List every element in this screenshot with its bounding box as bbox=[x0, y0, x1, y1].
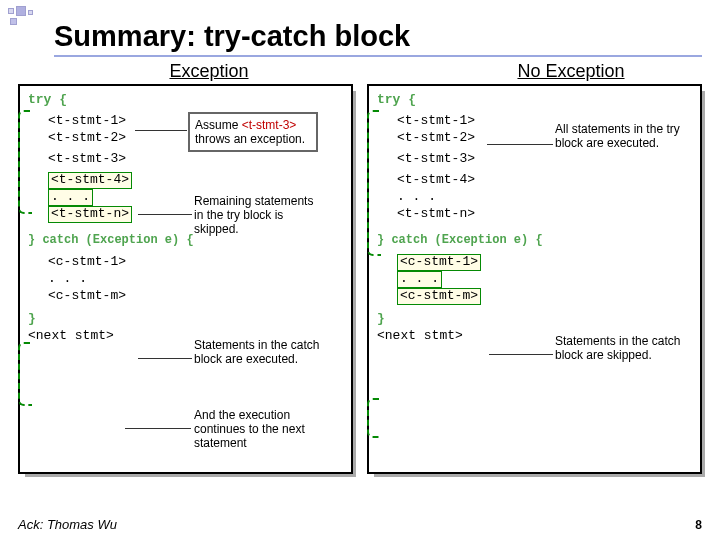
code-t1-r: <t-stmt-1> bbox=[377, 113, 533, 130]
connector-catch-exec bbox=[138, 358, 192, 359]
slide-title: Summary: try-catch block bbox=[54, 20, 702, 53]
connector-continue bbox=[125, 428, 191, 429]
connector-all-exec bbox=[487, 144, 553, 145]
heading-exception: Exception bbox=[18, 61, 340, 82]
code-t3-r: <t-stmt-3> bbox=[377, 151, 533, 168]
code-t1: <t-stmt-1> bbox=[28, 113, 184, 130]
callout-continue: And the execution continues to the next … bbox=[194, 408, 334, 450]
callout-assume-pre: Assume bbox=[195, 118, 242, 132]
callout-remaining: Remaining statements in the try block is… bbox=[194, 194, 324, 236]
code-c1: <c-stmt-1> bbox=[28, 254, 184, 271]
connector-assume bbox=[135, 130, 187, 131]
callout-all-exec: All statements in the try block are exec… bbox=[555, 122, 685, 150]
code-try-r: try { bbox=[377, 92, 533, 109]
code-close-r: } bbox=[377, 311, 533, 328]
title-block: Summary: try-catch block bbox=[18, 20, 702, 57]
code-t4-r: <t-stmt-4> bbox=[377, 172, 533, 189]
code-cm-boxed-r: <c-stmt-m> bbox=[397, 288, 481, 305]
code-dots-boxed: . . . bbox=[48, 189, 93, 206]
code-c1-boxed-r: <c-stmt-1> bbox=[397, 254, 481, 271]
acknowledgement: Ack: Thomas Wu bbox=[18, 517, 117, 532]
code-t4-boxed: <t-stmt-4> bbox=[48, 172, 132, 189]
callout-catch-skip: Statements in the catch block are skippe… bbox=[555, 334, 685, 362]
connector-catch-skip bbox=[489, 354, 553, 355]
callout-assume-post: throws an exception. bbox=[195, 132, 305, 146]
code-cm: <c-stmt-m> bbox=[28, 288, 184, 305]
code-cdots: . . . bbox=[28, 271, 184, 288]
page-number: 8 bbox=[695, 518, 702, 532]
code-next-r: <next stmt> bbox=[377, 328, 533, 345]
code-catch: } catch (Exception e) { bbox=[28, 233, 184, 249]
panel-exception: try { <t-stmt-1> <t-stmt-2> <t-stmt-3> <… bbox=[18, 84, 353, 474]
heading-no-exception: No Exception bbox=[340, 61, 702, 82]
corner-decoration bbox=[6, 6, 46, 28]
callout-catch-exec: Statements in the catch block are execut… bbox=[194, 338, 324, 366]
code-cdots-boxed-r: . . . bbox=[397, 271, 442, 288]
callout-assume-ref: <t-stmt-3> bbox=[242, 118, 297, 132]
panel-no-exception: try { <t-stmt-1> <t-stmt-2> <t-stmt-3> <… bbox=[367, 84, 702, 474]
connector-remaining bbox=[138, 214, 192, 215]
code-next: <next stmt> bbox=[28, 328, 184, 345]
code-close: } bbox=[28, 311, 184, 328]
code-tn-r: <t-stmt-n> bbox=[377, 206, 533, 223]
code-catch-r: } catch (Exception e) { bbox=[377, 233, 533, 249]
code-tn-boxed: <t-stmt-n> bbox=[48, 206, 132, 223]
code-dots-r: . . . bbox=[377, 189, 533, 206]
callout-assume: Assume <t-stmt-3> throws an exception. bbox=[188, 112, 318, 152]
code-t2: <t-stmt-2> bbox=[28, 130, 184, 147]
code-t3: <t-stmt-3> bbox=[28, 151, 184, 168]
code-try: try { bbox=[28, 92, 184, 109]
